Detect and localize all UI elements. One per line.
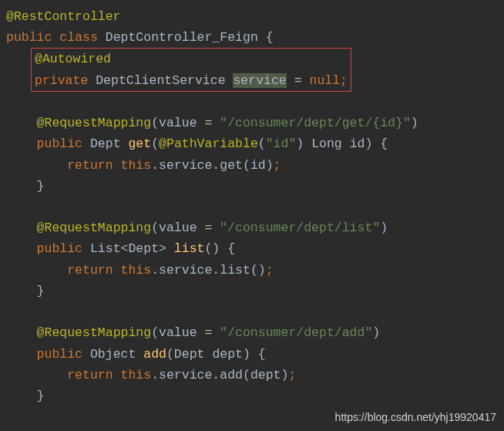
keyword-public: public [37,136,82,151]
brace-close: } [37,389,45,403]
paren-close: ) [411,116,418,130]
sig-rest: (Dept dept) { [166,347,266,362]
string-url-1: "/consumer/dept/get/{id}" [220,116,411,130]
annotation-requestmapping-2: @RequestMapping [37,221,152,235]
selected-identifier: service [233,73,286,88]
call-chain: .service.list() [151,263,266,278]
return-type: Dept [82,136,128,151]
return-type: Object [82,347,143,362]
keyword-public: public [37,241,82,256]
code-block: @RestController public class DeptControl… [6,6,504,406]
paren: ( [151,136,159,151]
return-type: List<Dept> [82,241,174,256]
paren-close: ) [372,325,380,340]
equals: = [287,73,310,88]
keyword-this: this [113,263,152,278]
sig-rest: () { [204,241,235,256]
annotation-restcontroller: @RestController [6,9,121,24]
semicolon: ; [274,158,281,173]
string-url-2: "/consumer/dept/list" [220,221,380,235]
paren-close: ) [380,221,388,235]
call-chain: .service.get(id) [151,158,273,173]
keyword-public: public [6,30,52,45]
brace-open: { [258,30,274,45]
keyword-class: class [59,30,98,45]
keyword-return: return [67,263,113,278]
semicolon: ; [340,73,348,88]
method-list: list [174,241,205,256]
keyword-return: return [67,368,113,382]
keyword-private: private [35,73,88,88]
annotation-requestmapping-1: @RequestMapping [37,116,152,130]
type-deptclientservice: DeptClientService [88,73,233,88]
paren: ( [258,136,266,151]
keyword-return: return [67,158,113,173]
annotation-autowired: @Autowired [35,52,111,66]
highlighted-field-box: @Autowired private DeptClientService ser… [31,48,351,91]
annotation-requestmapping-3: @RequestMapping [37,325,152,340]
sig-rest: ) Long id) { [296,136,388,151]
semicolon: ; [288,368,296,382]
method-add: add [143,347,166,362]
watermark-text: https://blog.csdn.net/yhj19920417 [335,409,496,426]
brace-close: } [37,179,45,194]
string-id: "id" [266,136,297,151]
keyword-public: public [37,347,82,362]
brace-close: } [37,284,45,298]
semicolon: ; [266,263,274,278]
paren: (value = [151,116,220,130]
method-get: get [128,136,151,151]
paren: (value = [151,325,220,340]
string-url-3: "/consumer/dept/add" [220,325,372,340]
keyword-this: this [113,158,152,173]
paren: (value = [151,221,220,235]
keyword-null: null [309,73,340,88]
annotation-pathvariable: @PathVariable [159,136,258,151]
class-name: DeptController_Feign [106,30,258,45]
call-chain: .service.add(dept) [151,368,288,382]
keyword-this: this [113,368,152,382]
